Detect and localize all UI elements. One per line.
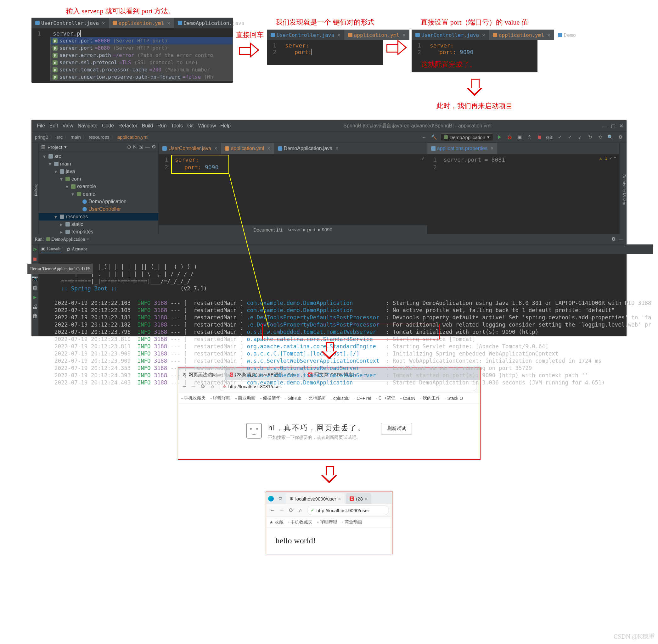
tab-application-yml[interactable]: application.yml×	[109, 18, 174, 28]
stop-icon[interactable]	[536, 133, 543, 141]
tree-node[interactable]: ▾src	[39, 153, 158, 160]
tab[interactable]: Demo	[554, 29, 580, 40]
back-icon[interactable]: ←	[269, 507, 276, 513]
hide-icon[interactable]: —	[145, 144, 150, 150]
tree-node[interactable]: ▾example	[39, 183, 158, 190]
tab-demoapp[interactable]: DemoApplication.java	[174, 18, 248, 28]
tree-node[interactable]: ▾java	[39, 168, 158, 175]
select-opened-icon[interactable]: ⊕	[127, 144, 131, 150]
git-commit-icon[interactable]: ✓	[556, 133, 564, 141]
run-icon[interactable]	[496, 133, 503, 141]
tool-icon[interactable]: 🔨	[430, 133, 438, 141]
hide-icon[interactable]: —	[619, 236, 623, 242]
menu-tools[interactable]: Tools	[169, 123, 185, 128]
tab-properties[interactable]: applications.properties×	[427, 143, 497, 154]
bookmark[interactable]: ▫ 商业动画	[342, 520, 362, 525]
breadcrumb[interactable]: application.yml	[116, 134, 150, 140]
minimize-icon[interactable]: —	[602, 123, 607, 129]
actuator-tab[interactable]: ✿ Actuator	[66, 247, 87, 252]
menu-refactor[interactable]: Refactor	[116, 123, 139, 128]
menu-window[interactable]: Window	[196, 123, 218, 128]
tree-node[interactable]: ▸templates	[39, 228, 158, 234]
menu-run[interactable]: Run	[155, 123, 169, 128]
profile-icon[interactable]: ⏱	[526, 133, 534, 141]
tree-node[interactable]: UserController	[39, 205, 158, 213]
tree-node[interactable]: ▾main	[39, 160, 158, 168]
stop-icon[interactable]	[31, 256, 38, 263]
git-pull-icon[interactable]: ↙	[576, 133, 584, 141]
maximize-icon[interactable]: ▢	[611, 123, 615, 129]
annotation-restart: 此时，我们再来启动项目	[436, 101, 513, 111]
console-log[interactable]: \\/ ___)| |_)| | | | | || (_| | ) ) ) ) …	[39, 254, 653, 417]
resume-icon[interactable]: ▶	[31, 294, 38, 300]
menu-edit[interactable]: Edit	[47, 123, 61, 128]
project-pane: ▤Project▾ ⊕ ⇱ ⇲ — ⚙ ▾src▾main▾java▾com▾e…	[39, 143, 159, 234]
tab[interactable]: UserController.java×	[267, 29, 344, 40]
breadcrumb[interactable]: resources	[88, 134, 110, 140]
filter-icon[interactable]: ▤	[31, 284, 38, 291]
close-icon[interactable]: ✕	[619, 123, 623, 129]
forward-icon[interactable]: →	[191, 383, 197, 390]
menu-build[interactable]: Build	[140, 123, 156, 128]
breadcrumb[interactable]: src	[55, 134, 64, 140]
bookmark[interactable]: ▫ 手机收藏夹	[288, 520, 313, 525]
tab-application-yml[interactable]: application.yml×	[221, 143, 274, 154]
search-icon[interactable]: 🔍	[606, 133, 614, 141]
menu-help[interactable]: Help	[218, 123, 233, 128]
git-push-icon[interactable]: ✓	[566, 133, 574, 141]
retry-button[interactable]: 刷新试试	[381, 423, 412, 435]
sidebar-rail-right[interactable]: Database Maven	[619, 143, 627, 234]
tab-demoapp[interactable]: DemoApplication.java×	[274, 143, 342, 154]
breadcrumb[interactable]: pringB	[34, 134, 49, 140]
forward-icon[interactable]: →	[279, 507, 285, 513]
menu-file[interactable]: File	[35, 123, 47, 128]
rerun-icon[interactable]: ⟳	[31, 246, 38, 253]
tree-node[interactable]: ▾resources	[39, 213, 158, 221]
error-subtitle: 不如搜索一下你想要的，或者刷新网页试试吧。	[268, 435, 365, 440]
tree-node[interactable]: ▸static	[39, 221, 158, 228]
menu-view[interactable]: View	[60, 123, 75, 128]
history-icon[interactable]: ⟲	[596, 133, 604, 141]
tree-node[interactable]: DemoApplication	[39, 198, 158, 205]
menu-code[interactable]: Code	[100, 123, 116, 128]
git-update-icon[interactable]: ↻	[586, 133, 594, 141]
run-config-select[interactable]: DemoApplication ▾	[440, 133, 493, 141]
options-icon[interactable]: ⚙	[152, 144, 156, 150]
console-tab[interactable]: ▣ Console	[41, 246, 61, 252]
home-icon[interactable]: ⌂	[298, 507, 304, 513]
autocomplete-item[interactable]: pserver.port=8080(Server HTTP port)	[51, 44, 232, 52]
browser-tab[interactable]: C(28×	[346, 493, 371, 504]
address-bar[interactable]: ✓http://localhost:9090/user	[307, 506, 389, 515]
bookmark[interactable]: ▫ 哔哩哔哩	[317, 520, 337, 525]
coverage-icon[interactable]: ▣	[516, 133, 523, 141]
print-icon[interactable]: 🖨	[31, 303, 38, 310]
tab-usercontroller[interactable]: UserController.java×	[159, 143, 221, 154]
autocomplete-item[interactable]: pserver.ssl.protocol=TLS(SSL protocol to…	[51, 59, 232, 66]
shield-icon[interactable]: 🛡	[276, 493, 285, 504]
gear-icon[interactable]: ⚙	[611, 236, 615, 242]
camera-icon[interactable]: 📷	[31, 275, 38, 281]
trash-icon[interactable]: 🗑	[31, 313, 38, 319]
reload-icon[interactable]: ⟳	[288, 507, 295, 513]
debug-icon[interactable]: 🐞	[506, 133, 513, 141]
autocomplete-item[interactable]: pserver.error.path=/error(Path of the er…	[51, 52, 232, 59]
tree-node[interactable]: ▾demo	[39, 190, 158, 198]
menu-git[interactable]: Git	[185, 123, 196, 128]
menu-navigate[interactable]: Navigate	[75, 123, 100, 128]
tab[interactable]: UserController.java×	[412, 29, 489, 40]
collapse-icon[interactable]: ⇲	[139, 144, 143, 150]
tab-usercontroller[interactable]: UserController.java×	[31, 18, 109, 28]
sidebar-rail-left[interactable]: Project	[31, 143, 39, 234]
run-rail-left: ⟳ ⏏ 📷 ▤ ▶ 🖨 🗑	[31, 245, 39, 336]
autocomplete-item[interactable]: pserver.port=8080(Server HTTP port)	[51, 37, 232, 44]
tab[interactable]: application.yml×	[344, 29, 409, 40]
tree-node[interactable]: ▾com	[39, 175, 158, 183]
tab[interactable]: application.yml×	[489, 29, 554, 40]
autocomplete-item[interactable]: pserver.undertow.preserve-path-on-forwar…	[51, 73, 232, 80]
expand-icon[interactable]: ⇱	[133, 144, 137, 150]
settings-icon[interactable]: ⚙	[616, 133, 624, 141]
breadcrumb[interactable]: main	[70, 134, 82, 140]
browser-tab[interactable]: ⊕localhost:9090/user×	[286, 493, 345, 504]
autocomplete-item[interactable]: pserver.tomcat.processor-cache=200(Maxim…	[51, 66, 232, 73]
back-icon[interactable]: ←	[421, 133, 428, 141]
